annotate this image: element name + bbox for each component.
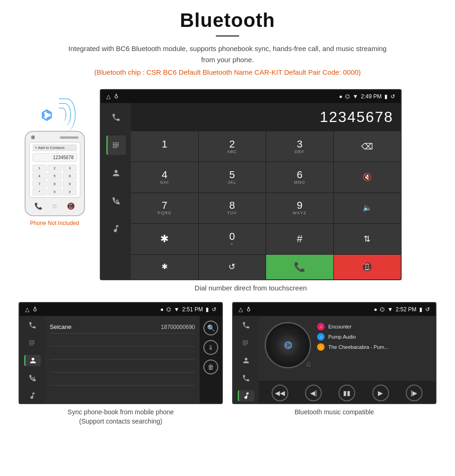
key-4[interactable]: 4 GHI (131, 162, 198, 192)
music-contacts-icon[interactable] (238, 355, 254, 366)
battery-icon: ▮ (384, 93, 388, 100)
phone-key-star[interactable]: * (32, 188, 47, 195)
pb-contacts-icon[interactable] (24, 355, 41, 366)
sidebar-phone-icon[interactable] (106, 108, 126, 127)
phone-key-4[interactable]: 4 (32, 173, 47, 180)
key-3-main: 3 (297, 139, 302, 149)
phone-key-5[interactable]: 5 (47, 173, 62, 180)
search-action-btn[interactable]: 🔍 (203, 321, 218, 335)
sidebar-keypad-icon[interactable] (106, 135, 126, 155)
pb-music-icon[interactable] (24, 390, 41, 401)
empty-row-4 (50, 373, 195, 386)
keypad-grid: 1 2 ABC 3 DEF ⌫ (131, 131, 401, 279)
music-music-icon[interactable] (238, 390, 254, 401)
phone-home-icon[interactable]: ⬡ (52, 204, 57, 209)
skip-back-btn[interactable]: ◀| (305, 385, 322, 401)
phone-end-icon[interactable]: 📵 (67, 202, 75, 210)
home-icon-left: △ (25, 306, 29, 313)
delete-action-btn[interactable]: 🗑 (203, 360, 218, 374)
key-9[interactable]: 9 WXYZ (266, 193, 333, 223)
track-2-name: Pump Audio (328, 334, 356, 340)
phone-key-3[interactable]: 3 (63, 165, 77, 172)
pb-keypad-svg (28, 339, 37, 347)
key-merge[interactable]: ✱ (131, 255, 198, 279)
key-swap-icon: ⇅ (364, 235, 370, 243)
track-3: ♫ The Cheebacabra - Pum... (317, 342, 432, 352)
sidebar-contacts-icon[interactable] (106, 163, 126, 183)
key-swap[interactable]: ⇅ (334, 224, 401, 254)
play-prev-btn[interactable]: ◀◀ (272, 385, 288, 401)
phone-illustration: ⌬ + Add to Contacts 12345678 1 2 3 4 (19, 89, 91, 226)
music-keypad-icon[interactable] (238, 337, 254, 348)
key-5-main: 5 (229, 170, 235, 180)
key-mute[interactable]: 🔇 (334, 162, 401, 192)
phone-key-7[interactable]: 7 (32, 180, 47, 187)
key-star[interactable]: ✱ (131, 224, 198, 254)
back-icon-right[interactable]: ↺ (425, 306, 430, 313)
key-2[interactable]: 2 ABC (199, 131, 266, 161)
key-call[interactable]: 📞 (266, 255, 333, 279)
key-hash[interactable]: # (266, 224, 333, 254)
signal-icon-left: ▼ (174, 306, 179, 313)
key-8-sub: TUV (227, 211, 237, 215)
car-screen-music: △ ♁ ● ⌬ ▼ 2:52 PM ▮ ↺ (232, 302, 436, 404)
key-hold[interactable]: ↺ (199, 255, 266, 279)
back-icon-left[interactable]: ↺ (212, 306, 216, 313)
phone-keypad: 1 2 3 4 5 6 7 8 9 * 0 # (32, 165, 77, 195)
status-bar-right-right: ● ⌬ ▼ 2:52 PM ▮ ↺ (374, 306, 430, 313)
key-call-icon: 📞 (294, 262, 306, 271)
key-1[interactable]: 1 (131, 131, 198, 161)
sidebar-music-icon[interactable] (106, 219, 126, 238)
phone-key-0[interactable]: 0 (47, 188, 62, 195)
track-3-name: The Cheebacabra - Pum... (328, 344, 389, 350)
music-player-main: ⌬ ♫ ♫ Encounter ♫ Pump (259, 316, 436, 381)
phone-svg-icon (111, 113, 121, 122)
phone-key-9[interactable]: 9 (63, 180, 77, 187)
number-display: 12345678 (131, 103, 401, 131)
signal-icon: ▼ (352, 93, 358, 100)
calllog-svg-icon (111, 196, 121, 206)
download-action-btn[interactable]: ⇓ (203, 340, 218, 355)
phone-key-hash[interactable]: # (63, 188, 77, 195)
pb-calllog-icon[interactable] (24, 373, 41, 384)
key-8[interactable]: 8 TUV (199, 193, 266, 223)
back-icon[interactable]: ↺ (390, 93, 395, 100)
status-bar-right: ● ⌬ ▼ 2:49 PM ▮ ↺ (339, 93, 395, 100)
music-note-overlay-icon: ♫ (306, 360, 311, 368)
phone-add-contacts-label: + Add to Contacts (32, 144, 77, 151)
skip-forward-btn[interactable]: |▶ (406, 385, 422, 401)
key-backspace[interactable]: ⌫ (334, 131, 401, 161)
key-speaker[interactable]: 🔈 (334, 193, 401, 223)
dialer-main: 12345678 1 2 ABC 3 DEF (131, 103, 401, 279)
play-btn[interactable]: ▶ (372, 385, 389, 401)
phone-key-2[interactable]: 2 (47, 165, 62, 172)
music-phone-icon[interactable] (238, 320, 254, 331)
home-icon: △ (106, 93, 110, 100)
music-keypad-svg (242, 339, 250, 347)
sidebar-calllog-icon[interactable] (106, 191, 126, 211)
key-7[interactable]: 7 PQRS (131, 193, 198, 223)
key-end[interactable]: 📵 (334, 255, 401, 279)
pb-phone-icon[interactable] (24, 320, 41, 331)
phone-key-1[interactable]: 1 (32, 165, 47, 172)
usb-icon-right: ♁ (247, 306, 251, 313)
key-0[interactable]: 0 + (199, 224, 266, 254)
key-3[interactable]: 3 DEF (266, 131, 333, 161)
pb-keypad-icon[interactable] (24, 337, 41, 348)
pb-phone-svg (28, 321, 37, 329)
key-6[interactable]: 6 MNO (266, 162, 333, 192)
key-3-sub: DEF (295, 149, 305, 154)
key-5[interactable]: 5 JKL (199, 162, 266, 192)
bluetooth-wave-container: ⌬ (32, 98, 78, 135)
pause-btn[interactable]: ▮▮ (338, 385, 355, 401)
main-section: ⌬ + Add to Contacts 12345678 1 2 3 4 (0, 89, 455, 297)
phone-call-icon[interactable]: 📞 (34, 202, 42, 210)
phone-key-6[interactable]: 6 (63, 173, 77, 180)
music-calllog-icon[interactable] (238, 373, 254, 384)
phone-key-8[interactable]: 8 (47, 180, 62, 187)
vinyl-disc: ⌬ (265, 322, 311, 368)
key-6-main: 6 (297, 170, 302, 180)
car-screen-main: △ ♁ ● ⌬ ▼ 2:49 PM ▮ ↺ (100, 89, 402, 297)
music-contacts-svg (242, 356, 250, 365)
key-speaker-icon: 🔈 (363, 204, 372, 212)
